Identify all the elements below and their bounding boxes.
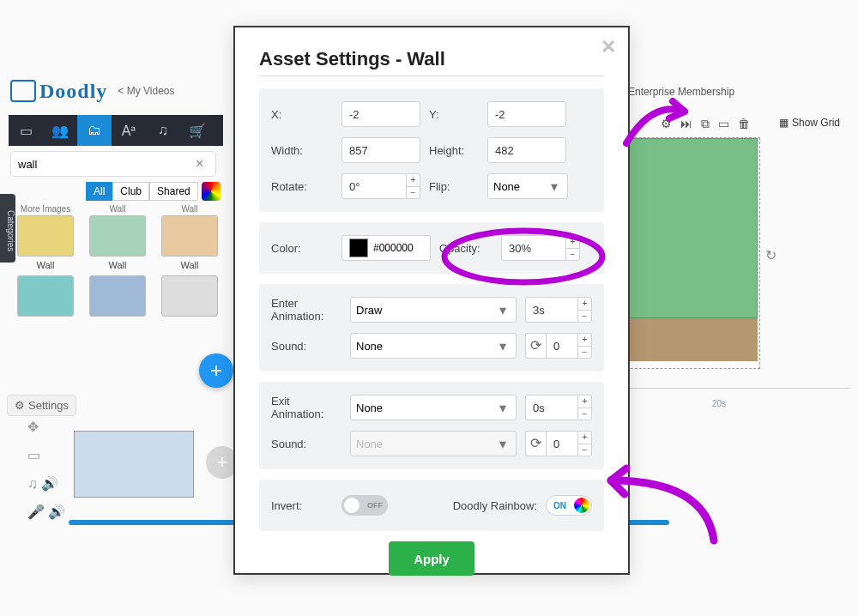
rainbow-filter-icon[interactable] [202,182,221,201]
x-input[interactable] [341,101,420,127]
rainbow-label: Doodly Rainbow: [453,499,537,512]
y-input[interactable] [487,101,566,127]
asset-thumb[interactable] [89,275,146,317]
filter-all[interactable]: All [86,182,112,201]
filter-club[interactable]: Club [112,182,149,201]
enter-anim-select[interactable]: Draw▾ [350,297,517,323]
rainbow-knob-icon [574,498,589,513]
tab-audio[interactable]: ♫ [146,115,180,146]
exit-anim-select[interactable]: None▾ [350,395,517,420]
opacity-stepper[interactable]: +− [566,235,580,261]
apply-button[interactable]: Apply [389,541,474,576]
flip-select[interactable]: None▾ [487,173,568,199]
categories-tab[interactable]: Categories [0,194,15,263]
x-label: X: [271,108,333,121]
search-input[interactable] [10,151,216,177]
canvas-floor [627,318,758,361]
enter-sound-label: Sound: [271,340,341,353]
asset-label: More Images [17,204,74,214]
exit-sound-select[interactable]: None▾ [350,431,517,456]
canvas-stage[interactable] [626,137,760,369]
canvas-copy-icon[interactable]: ⧉ [701,117,710,131]
my-videos-link[interactable]: < My Videos [118,85,174,97]
enter-sound-select[interactable]: None▾ [350,333,517,359]
ruler-label: 20s [712,399,726,408]
settings-button[interactable]: ⚙ Settings [7,395,76,416]
canvas-toolbar: ⚙ ⏭ ⧉ ▭ 🗑 [661,117,750,131]
enter-duration-input[interactable] [525,297,578,323]
color-input[interactable]: #000000 [341,235,431,261]
opacity-input[interactable] [501,235,566,261]
tab-marketplace[interactable]: 🛒 [180,115,214,146]
modal-close-icon[interactable]: ✕ [601,36,616,58]
tl-mic-icon[interactable]: 🎤 🔊 [27,504,65,520]
search-clear-icon[interactable]: × [196,156,211,172]
asset-grid: More ImagesWall WallWall WallWall [17,204,221,320]
height-label: Height: [429,144,479,157]
exit-sound-stepper[interactable]: +− [578,431,592,456]
asset-thumb[interactable] [161,275,218,317]
loop-icon[interactable]: ⟳ [525,333,546,359]
logo-text: Doodly [39,80,107,103]
refresh-icon[interactable]: ↻ [765,247,776,263]
asset-tab-strip: ▭ 👥 🗂 Aᵃ ♫ 🛒 [9,115,223,146]
rainbow-state: ON [553,501,566,510]
color-value: #000000 [373,242,414,254]
invert-label: Invert: [271,499,333,512]
canvas-skip-icon[interactable]: ⏭ [680,117,692,131]
exit-sound-label: Sound: [271,438,341,450]
opacity-label: Opacity: [439,242,492,255]
exit-anim-label: Exit Animation: [271,395,341,420]
rotate-input[interactable] [341,173,407,199]
invert-toggle[interactable]: OFF [341,495,388,516]
chevron-down-icon: ▾ [547,178,562,195]
tl-image-icon[interactable]: ▭ [27,447,65,463]
logo-icon [10,80,36,102]
flip-label: Flip: [429,180,479,193]
asset-thumb[interactable] [89,215,146,257]
gear-icon: ⚙ [15,399,25,412]
show-grid-toggle[interactable]: ▦ Show Grid [779,117,840,129]
canvas-gear-icon[interactable]: ⚙ [661,117,672,131]
grid-icon: ▦ [779,117,789,129]
chevron-down-icon: ▾ [495,400,511,416]
exit-duration-stepper[interactable]: +− [578,395,592,420]
color-label: Color: [271,242,333,255]
timeline-clip[interactable] [74,431,194,498]
tab-text[interactable]: Aᵃ [112,115,146,146]
exit-anim-value: None [356,402,495,414]
chevron-down-icon: ▾ [495,302,511,318]
loop-icon[interactable]: ⟳ [525,431,546,456]
move-icon[interactable]: ✥ [27,419,65,435]
canvas-layer-icon[interactable]: ▭ [718,117,729,131]
rotate-stepper[interactable]: +− [407,173,420,199]
chevron-down-icon: ▾ [495,338,511,354]
rainbow-toggle[interactable]: ON [546,495,592,516]
exit-sound-count-input[interactable] [546,431,578,456]
canvas-wall-asset[interactable] [627,138,758,318]
color-swatch [349,239,368,257]
tl-audio-icon[interactable]: ♫ 🔊 [27,475,65,492]
tab-props[interactable]: 🗂 [77,115,112,146]
enter-sound-count-input[interactable] [546,333,578,359]
asset-thumb[interactable] [17,215,74,257]
height-input[interactable] [487,137,566,163]
time-ruler[interactable]: 20s [626,388,849,414]
canvas-trash-icon[interactable]: 🗑 [738,117,750,131]
exit-duration-input[interactable] [525,395,578,420]
enter-anim-label: Enter Animation: [271,297,341,323]
tab-images[interactable]: ▭ [9,115,43,146]
width-label: Width: [271,144,333,157]
filter-shared[interactable]: Shared [149,182,198,201]
chevron-down-icon: ▾ [495,436,511,452]
enter-duration-stepper[interactable]: +− [578,297,592,323]
flip-value: None [493,180,547,193]
asset-settings-modal: ✕ Asset Settings - Wall X: Y: Width: Hei… [233,26,630,575]
asset-thumb[interactable] [161,215,218,257]
add-asset-button[interactable]: + [199,353,233,388]
tab-people[interactable]: 👥 [43,115,77,146]
asset-thumb[interactable] [17,275,74,317]
width-input[interactable] [341,137,420,163]
enter-anim-value: Draw [356,304,495,317]
enter-sound-stepper[interactable]: +− [578,333,592,359]
